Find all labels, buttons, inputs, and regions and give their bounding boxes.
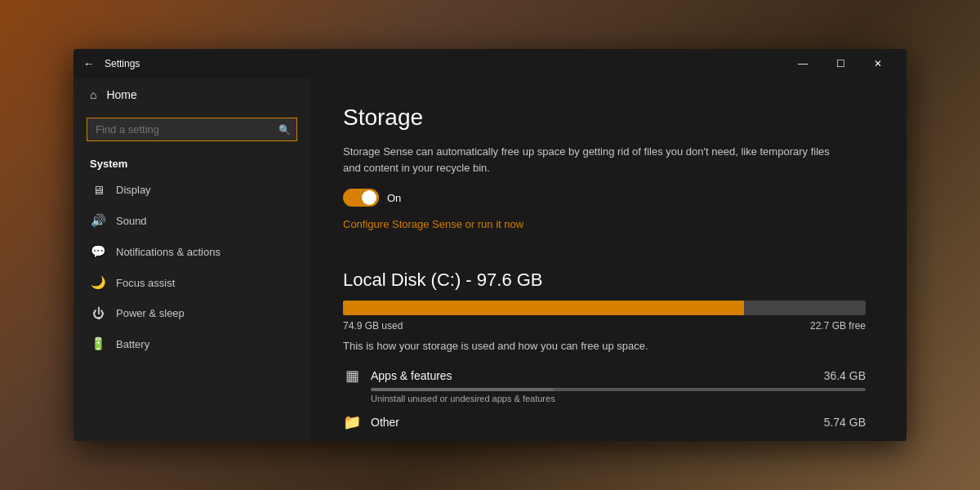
disk-section: Local Disk (C:) - 97.6 GB 74.9 GB used 2… [343, 270, 874, 431]
settings-window: ← Settings — ☐ ✕ ⌂ Home 🔍 System [74, 49, 906, 441]
sidebar-item-home[interactable]: ⌂ Home [74, 78, 310, 111]
sidebar-item-power-label: Power & sleep [116, 307, 185, 319]
disk-bar-used [343, 301, 744, 315]
display-icon: 🖥 [90, 183, 106, 197]
other-size: 5.74 GB [824, 416, 866, 429]
apps-name: Apps & features [371, 369, 814, 382]
sidebar-item-focus[interactable]: 🌙 Focus assist [74, 267, 310, 298]
other-icon: 📁 [343, 413, 361, 431]
sidebar-item-display[interactable]: 🖥 Display [74, 175, 310, 205]
window-title: Settings [105, 58, 784, 69]
sidebar-item-focus-label: Focus assist [116, 277, 175, 289]
storage-item-apps[interactable]: ▦ Apps & features 36.4 GB Uninstall unus… [343, 367, 866, 403]
apps-header: ▦ Apps & features 36.4 GB [343, 367, 866, 385]
toggle-row: On [343, 189, 874, 207]
disk-stats: 74.9 GB used 22.7 GB free [343, 320, 866, 332]
sidebar-item-display-label: Display [116, 184, 151, 196]
storage-item-other[interactable]: 📁 Other 5.74 GB [343, 413, 866, 431]
sidebar-item-battery[interactable]: 🔋 Battery [74, 328, 310, 359]
close-button[interactable]: ✕ [859, 49, 897, 78]
battery-icon: 🔋 [90, 336, 106, 351]
home-icon: ⌂ [90, 88, 96, 101]
disk-used-label: 74.9 GB used [343, 320, 403, 332]
sidebar-item-sound[interactable]: 🔊 Sound [74, 205, 310, 236]
focus-icon: 🌙 [90, 275, 106, 290]
sidebar-item-power[interactable]: ⏻ Power & sleep [74, 298, 310, 328]
sound-icon: 🔊 [90, 213, 106, 228]
section-label: System [74, 148, 310, 175]
window-body: ⌂ Home 🔍 System 🖥 Display 🔊 Sound [74, 78, 906, 441]
search-input[interactable] [87, 118, 297, 141]
window-controls: — ☐ ✕ [784, 49, 897, 78]
desktop: ← Settings — ☐ ✕ ⌂ Home 🔍 System [0, 0, 980, 490]
home-label: Home [106, 88, 136, 101]
title-bar: ← Settings — ☐ ✕ [74, 49, 906, 78]
apps-size: 36.4 GB [824, 369, 866, 382]
page-title: Storage [343, 105, 874, 131]
apps-bar-fill [371, 388, 554, 391]
toggle-knob [362, 190, 376, 205]
configure-link[interactable]: Configure Storage Sense or run it now [343, 218, 523, 230]
sidebar-item-battery-label: Battery [116, 338, 149, 350]
back-button[interactable]: ← [83, 57, 95, 70]
power-icon: ⏻ [90, 306, 106, 320]
disk-title: Local Disk (C:) - 97.6 GB [343, 270, 874, 291]
disk-bar-container [343, 301, 866, 315]
main-content: Storage Storage Sense can automatically … [310, 78, 906, 441]
search-icon: 🔍 [278, 124, 291, 136]
storage-description: Storage Sense can automatically free up … [343, 144, 833, 176]
disk-description: This is how your storage is used and how… [343, 340, 874, 352]
apps-bar [371, 388, 866, 391]
other-name: Other [371, 416, 814, 429]
storage-sense-toggle[interactable] [343, 189, 379, 207]
notifications-icon: 💬 [90, 244, 106, 259]
sidebar: ⌂ Home 🔍 System 🖥 Display 🔊 Sound [74, 78, 310, 441]
search-box: 🔍 [87, 118, 297, 141]
maximize-button[interactable]: ☐ [822, 49, 859, 78]
sidebar-item-notifications-label: Notifications & actions [116, 246, 220, 258]
sidebar-item-notifications[interactable]: 💬 Notifications & actions [74, 236, 310, 267]
disk-free-label: 22.7 GB free [810, 320, 866, 332]
toggle-label: On [387, 192, 401, 204]
other-header: 📁 Other 5.74 GB [343, 413, 866, 431]
apps-sub: Uninstall unused or undesired apps & fea… [371, 394, 866, 403]
minimize-button[interactable]: — [784, 49, 822, 78]
apps-icon: ▦ [343, 367, 361, 385]
sidebar-item-sound-label: Sound [116, 215, 147, 227]
